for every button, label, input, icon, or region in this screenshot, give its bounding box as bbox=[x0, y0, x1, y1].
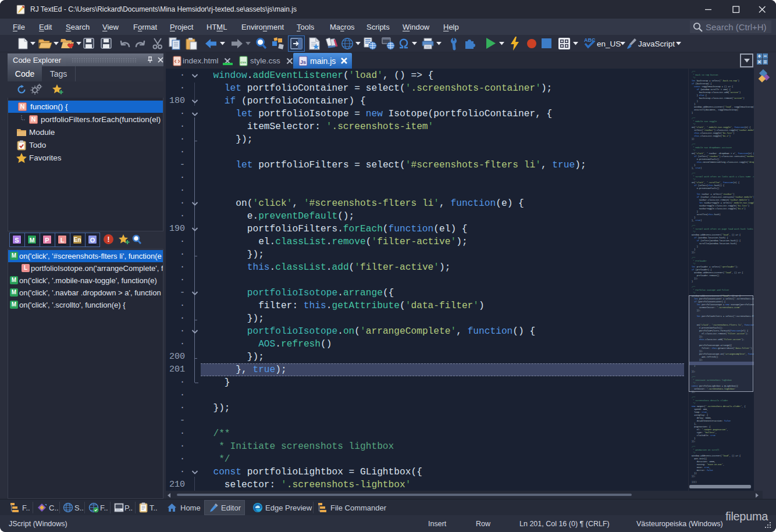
svg-text:Js: Js bbox=[300, 59, 306, 65]
svg-text:css: css bbox=[240, 60, 247, 64]
